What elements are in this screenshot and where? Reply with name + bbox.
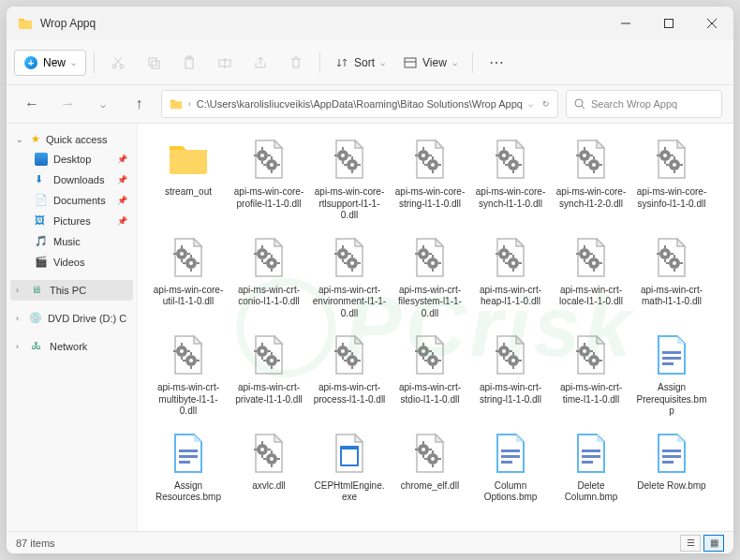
- chevron-down-icon[interactable]: ⌵: [89, 89, 117, 119]
- file-item[interactable]: api-ms-win-crt-locale-l1-1-0.dll: [552, 229, 630, 324]
- dll-icon: [486, 233, 535, 282]
- sidebar-item-network[interactable]: ›🖧Network: [10, 336, 133, 357]
- file-item[interactable]: chrome_elf.dll: [391, 425, 469, 508]
- file-label: api-ms-win-core-util-l1-1-0.dll: [151, 285, 226, 308]
- forward-button[interactable]: →: [53, 89, 81, 119]
- dll-icon: [325, 233, 374, 282]
- file-item[interactable]: api-ms-win-crt-time-l1-1-0.dll: [552, 327, 630, 421]
- bmp-icon: [164, 429, 213, 478]
- sidebar-item-downloads[interactable]: ⬇Downloads📌: [10, 169, 133, 190]
- address-field[interactable]: › C:\Users\karolisliucveikis\AppData\Roa…: [161, 90, 558, 118]
- file-item[interactable]: api-ms-win-crt-private-l1-1-0.dll: [229, 327, 308, 421]
- dll-icon: [567, 331, 615, 379]
- file-item[interactable]: Assign Resources.bmp: [149, 425, 228, 508]
- sidebar-item-music[interactable]: 🎵Music: [10, 231, 133, 252]
- sidebar-item-dvd[interactable]: ›💿DVD Drive (D:) CCCC: [10, 308, 133, 329]
- sort-dropdown[interactable]: Sort ⌵: [328, 51, 392, 75]
- dll-icon: [647, 135, 696, 184]
- icons-view-button[interactable]: ▦: [703, 535, 724, 552]
- new-button[interactable]: + New ⌵: [14, 50, 86, 76]
- dll-icon: [406, 429, 454, 478]
- file-label: api-ms-win-crt-multibyte-l1-1-0.dll: [151, 382, 226, 418]
- file-item[interactable]: stream_out: [149, 131, 228, 226]
- share-button[interactable]: [244, 47, 276, 79]
- file-item[interactable]: api-ms-win-core-synch-l1-1-0.dll: [471, 131, 550, 226]
- sidebar-item-pictures[interactable]: 🖼Pictures📌: [10, 211, 133, 231]
- more-button[interactable]: ⋯: [481, 47, 512, 79]
- file-item[interactable]: api-ms-win-crt-stdio-l1-1-0.dll: [391, 327, 469, 421]
- paste-button[interactable]: [173, 47, 205, 79]
- chevron-down-icon[interactable]: ⌵: [528, 99, 533, 109]
- sort-label: Sort: [354, 56, 375, 69]
- file-label: api-ms-win-crt-heap-l1-1-0.dll: [473, 285, 548, 308]
- star-icon: ★: [31, 133, 40, 145]
- documents-icon: 📄: [35, 194, 48, 207]
- file-item[interactable]: api-ms-win-crt-environment-l1-1-0.dll: [310, 229, 389, 324]
- minimize-button[interactable]: [604, 7, 647, 40]
- svg-line-36: [582, 106, 585, 109]
- file-item[interactable]: api-ms-win-core-synch-l1-2-0.dll: [552, 131, 630, 226]
- file-item[interactable]: api-ms-win-core-util-l1-1-0.dll: [149, 229, 228, 324]
- file-item[interactable]: Assign Prerequisites.bmp: [632, 327, 711, 421]
- file-label: api-ms-win-core-synch-l1-2-0.dll: [554, 186, 629, 210]
- file-item[interactable]: api-ms-win-crt-multibyte-l1-1-0.dll: [149, 327, 228, 421]
- folder-icon: [164, 135, 213, 184]
- window-title: Wrop Appq: [40, 17, 96, 30]
- file-label: axvlc.dll: [252, 480, 286, 493]
- file-item[interactable]: api-ms-win-crt-conio-l1-1-0.dll: [229, 229, 308, 324]
- file-item[interactable]: api-ms-win-crt-filesystem-l1-1-0.dll: [391, 229, 469, 324]
- file-item[interactable]: api-ms-win-core-string-l1-1-0.dll: [391, 131, 469, 226]
- copy-button[interactable]: [138, 47, 170, 79]
- chevron-right-icon: ›: [16, 286, 25, 295]
- dll-icon: [244, 135, 293, 184]
- back-button[interactable]: ←: [18, 89, 46, 119]
- rename-button[interactable]: [209, 47, 241, 79]
- svg-rect-33: [405, 58, 416, 67]
- downloads-icon: ⬇: [35, 173, 48, 186]
- svg-rect-29: [185, 58, 193, 68]
- dll-icon: [325, 331, 374, 379]
- folder-icon: [170, 97, 183, 111]
- refresh-icon[interactable]: ↻: [542, 99, 550, 109]
- file-item[interactable]: api-ms-win-core-profile-l1-1-0.dll: [229, 131, 308, 226]
- file-label: Assign Resources.bmp: [151, 480, 226, 504]
- file-item[interactable]: Column Options.bmp: [471, 425, 550, 508]
- svg-line-25: [115, 57, 122, 65]
- up-button[interactable]: ↑: [126, 89, 154, 119]
- file-item[interactable]: api-ms-win-core-rtlsupport-l1-1-0.dll: [310, 131, 389, 226]
- pc-icon: 🖥: [31, 284, 44, 297]
- sidebar-item-videos[interactable]: 🎬Videos: [10, 252, 133, 273]
- file-item[interactable]: axvlc.dll: [229, 425, 308, 508]
- bmp-icon: [647, 331, 696, 379]
- close-button[interactable]: [690, 7, 733, 40]
- search-input[interactable]: Search Wrop Appq: [566, 90, 722, 118]
- sidebar-item-documents[interactable]: 📄Documents📌: [10, 190, 133, 211]
- chevron-down-icon: ⌄: [16, 135, 25, 144]
- music-icon: 🎵: [35, 235, 48, 248]
- view-dropdown[interactable]: View ⌵: [396, 51, 465, 75]
- file-label: Column Options.bmp: [473, 480, 548, 504]
- file-label: api-ms-win-crt-process-l1-1-0.dll: [312, 382, 387, 405]
- file-item[interactable]: Delete Row.bmp: [632, 425, 711, 508]
- maximize-button[interactable]: [647, 7, 690, 40]
- sidebar-item-desktop[interactable]: Desktop📌: [10, 149, 133, 169]
- explorer-window: Wrop Appq + New ⌵ Sort ⌵ View ⌵ ⋯: [7, 7, 733, 553]
- delete-button[interactable]: [280, 47, 312, 79]
- pictures-icon: 🖼: [35, 214, 48, 228]
- file-item[interactable]: api-ms-win-core-sysinfo-l1-1-0.dll: [632, 131, 711, 226]
- file-item[interactable]: CEPHtmlEngine.exe: [310, 425, 389, 508]
- file-label: api-ms-win-crt-conio-l1-1-0.dll: [231, 285, 306, 308]
- sort-icon: [335, 56, 348, 69]
- dll-icon: [244, 429, 293, 478]
- file-item[interactable]: api-ms-win-crt-process-l1-1-0.dll: [310, 327, 389, 421]
- file-item[interactable]: Delete Column.bmp: [552, 425, 630, 508]
- sidebar-item-quick-access[interactable]: ⌄★Quick access: [10, 129, 133, 149]
- details-view-button[interactable]: ☰: [680, 535, 701, 552]
- sidebar-item-this-pc[interactable]: ›🖥This PC: [10, 280, 133, 301]
- file-item[interactable]: api-ms-win-crt-string-l1-1-0.dll: [471, 327, 550, 421]
- dll-icon: [486, 331, 535, 379]
- file-item[interactable]: api-ms-win-crt-math-l1-1-0.dll: [632, 229, 711, 324]
- desktop-icon: [35, 153, 48, 166]
- file-item[interactable]: api-ms-win-crt-heap-l1-1-0.dll: [471, 229, 550, 324]
- cut-button[interactable]: [102, 47, 134, 79]
